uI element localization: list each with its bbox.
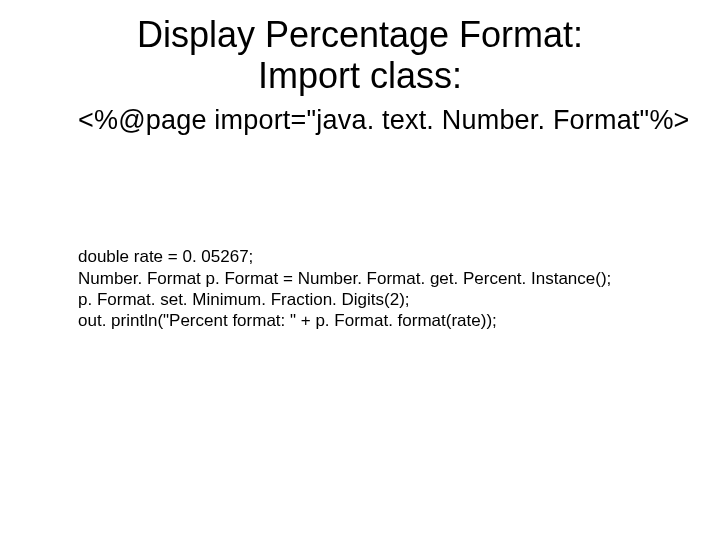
code-line: Number. Format p. Format = Number. Forma… (78, 269, 611, 288)
slide: Display Percentage Format: Import class:… (0, 0, 720, 540)
code-line: p. Format. set. Minimum. Fraction. Digit… (78, 290, 410, 309)
code-line: double rate = 0. 05267; (78, 247, 253, 266)
title-line-1: Display Percentage Format: (0, 14, 720, 55)
title-line-2: Import class: (0, 55, 720, 96)
code-line: out. println("Percent format: " + p. For… (78, 311, 497, 330)
code-block: double rate = 0. 05267; Number. Format p… (78, 225, 611, 353)
slide-title: Display Percentage Format: Import class: (0, 14, 720, 97)
import-directive: <%@page import="java. text. Number. Form… (78, 105, 690, 136)
